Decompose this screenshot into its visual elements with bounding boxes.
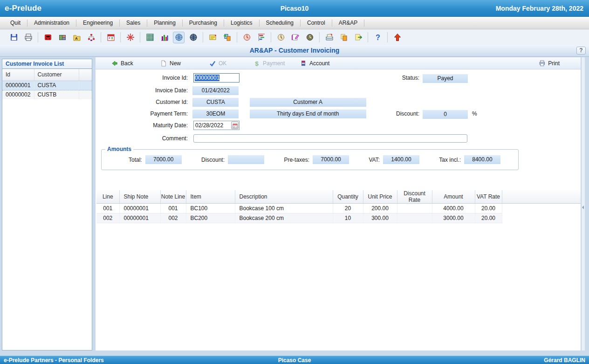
table-grid-icon[interactable] [144, 32, 156, 43]
maturity-date-text: 02/28/2022 [194, 122, 231, 129]
payment-term-label: Payment Term: [96, 109, 191, 118]
sun-icon[interactable] [124, 32, 136, 43]
books-icon[interactable] [56, 32, 68, 43]
copy-pages-icon[interactable] [338, 32, 349, 43]
toolbar-separator [271, 32, 271, 42]
menu-item[interactable]: Purchasing [183, 20, 224, 27]
menu-item[interactable]: Engineering [76, 20, 120, 27]
comment-row: Comment: [96, 134, 575, 144]
print-button[interactable]: Print [538, 59, 560, 68]
invoice-list-row[interactable]: 00000001 CUSTA [2, 81, 92, 90]
invoice-date-value: 01/24/2022 [192, 86, 239, 95]
maturity-date-input[interactable]: 02/28/2022 [193, 121, 240, 130]
column-header-filler [79, 69, 92, 81]
back-button[interactable]: Back [111, 59, 133, 68]
unit-price-cell: 200.00 [363, 204, 397, 213]
customer-id-cell[interactable]: CUSTB [34, 90, 79, 99]
menu-item[interactable]: Scheduling [260, 20, 301, 27]
note-icon[interactable] [207, 32, 219, 43]
invoice-id-selected-text: 00000001 [195, 75, 219, 81]
invoice-line-row[interactable]: 002 00000001 002 BC200 Bookcase 200 cm 1… [96, 213, 581, 223]
bar-chart-icon[interactable] [158, 32, 170, 43]
invoice-line-row[interactable]: 001 00000001 001 BC100 Bookcase 100 cm 2… [96, 204, 581, 213]
invoice-date-label: Invoice Date: [96, 86, 191, 95]
menu-item[interactable]: Logistics [224, 20, 260, 27]
menu-item[interactable]: Planning [147, 20, 183, 27]
clock-dark-icon[interactable] [304, 32, 315, 43]
note-line-cell: 001 [160, 204, 186, 213]
calendar-picker-button[interactable] [231, 122, 239, 129]
folder-a-icon[interactable]: A [71, 32, 82, 43]
footer-right: Gérard BAGLIN [544, 357, 585, 364]
journal-edit-icon[interactable] [289, 32, 301, 43]
invoice-id-cell[interactable]: 00000001 [2, 81, 34, 90]
amounts-fieldset: Amounts Total: 7000.00 Discount: Pre-tax… [101, 146, 519, 170]
amount-field: VAT: 1400.00 [369, 155, 419, 164]
column-header-discount-rate: Discount Rate [397, 190, 432, 204]
amounts-legend: Amounts [105, 146, 133, 152]
svg-text:?: ? [376, 34, 380, 41]
toolbar-separator [387, 32, 388, 42]
toolbar-separator [38, 32, 38, 42]
comment-label: Comment: [96, 134, 191, 143]
ok-button[interactable]: OK [209, 59, 226, 68]
help-button[interactable]: ? [576, 47, 586, 55]
content-area: Customer Invoice List Id Customer 000000… [0, 57, 589, 356]
invoice-id-input[interactable]: 00000001 [193, 73, 240, 82]
invoice-list-panel: Customer Invoice List Id Customer 000000… [2, 59, 92, 350]
print-icon[interactable] [22, 32, 34, 43]
ship-note-cell: 00000001 [119, 204, 160, 213]
menu-item[interactable]: Control [301, 20, 332, 27]
discount-rate-cell [397, 204, 432, 213]
invoice-id-cell[interactable]: 00000002 [2, 90, 34, 99]
new-icon [160, 60, 167, 67]
current-date: Monday February 28th, 2022 [496, 5, 583, 12]
red-console-icon[interactable] [42, 32, 54, 43]
menu-bar: QuitAdministrationEngineeringSalesPlanni… [0, 17, 589, 29]
page-arrow-icon[interactable] [352, 32, 364, 43]
toolbar-separator [120, 32, 121, 42]
invoice-list-row[interactable]: 00000002 CUSTB [2, 90, 92, 99]
status-bar: e-Prelude Partners - Personal Folders Pi… [0, 356, 589, 364]
clock-red-icon[interactable] [241, 32, 253, 43]
status-value: Payed [423, 74, 468, 83]
payment-button[interactable]: $ Payment [253, 59, 285, 68]
toolbar-separator [101, 32, 101, 42]
quantity-cell: 20 [333, 204, 363, 213]
upload-arrow-icon[interactable] [391, 32, 403, 43]
page-title-bar: AR&AP - Customer Invoicing ? [0, 45, 589, 57]
menu-item[interactable]: Administration [27, 20, 76, 27]
menu-item[interactable]: AR&AP [332, 20, 365, 27]
org-chart-icon[interactable] [85, 32, 97, 43]
help-icon[interactable]: ? [372, 32, 384, 43]
menu-item[interactable]: Quit [4, 20, 27, 27]
customer-id-cell[interactable]: CUSTA [34, 81, 79, 90]
inbox-tray-icon[interactable] [323, 32, 335, 43]
column-header-unit-price: Unit Price [363, 190, 397, 204]
amount-label: Total: [129, 157, 142, 163]
customer-id-value: CUSTA [192, 98, 239, 107]
discount-rate-cell [397, 213, 432, 223]
calendar-icon[interactable] [105, 32, 116, 43]
account-button[interactable]: Account [300, 59, 329, 68]
transfer-icon[interactable] [221, 32, 233, 43]
account-icon [300, 60, 307, 67]
amount-field: Pre-taxes: 7000.00 [284, 155, 349, 164]
amount-field: Total: 7000.00 [129, 155, 182, 164]
gantt-icon[interactable] [255, 32, 267, 43]
globe-dark-icon[interactable] [187, 32, 199, 43]
percent-suffix: % [472, 109, 477, 118]
payment-term-value: 30EOM [192, 110, 239, 118]
comment-input[interactable] [193, 134, 467, 143]
globe-network-icon[interactable] [173, 32, 185, 43]
menu-item[interactable]: Sales [120, 20, 147, 27]
save-icon[interactable] [8, 32, 20, 43]
vat-rate-cell: 20.00 [475, 204, 502, 213]
right-scroll-strip[interactable] [581, 57, 585, 350]
amount-value: 8400.00 [464, 155, 500, 164]
new-button[interactable]: New [160, 59, 181, 68]
clock-orange-icon[interactable] [275, 32, 287, 43]
collapse-arrow-icon[interactable] [582, 206, 584, 209]
column-header-amount: Amount [432, 190, 475, 204]
note-line-cell: 002 [160, 213, 186, 223]
